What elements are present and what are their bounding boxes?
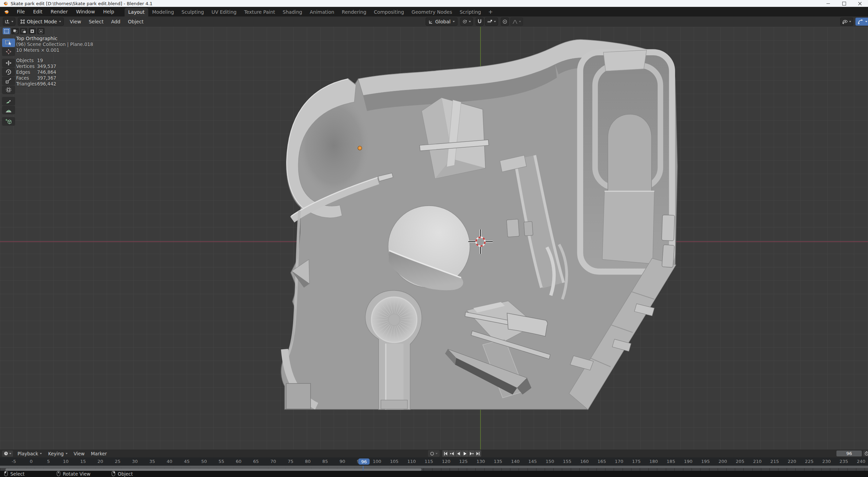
viewport-toolbar [2, 38, 15, 126]
ruler-tick-10: 10 [63, 459, 69, 464]
tool-scale[interactable] [2, 77, 15, 85]
grid-scale-label: 10 Meters × 0.001 [16, 47, 93, 53]
object-origin-dot[interactable] [358, 146, 362, 150]
visibility-eye-icon [842, 19, 848, 24]
viewport-menu-add[interactable]: Add [107, 16, 124, 27]
viewport-menu-object[interactable]: Object [124, 16, 148, 27]
add-workspace-button[interactable]: + [485, 9, 496, 15]
playback-controls [428, 450, 481, 457]
viewport-menu-select[interactable]: Select [85, 16, 107, 27]
auto-keying-toggle[interactable] [428, 450, 440, 457]
snap-toggle[interactable] [476, 18, 484, 26]
hint-select: Select [4, 471, 25, 477]
ruler-tick-205: 205 [736, 459, 744, 464]
workspace-tab-uv-editing[interactable]: UV Editing [208, 8, 240, 16]
select-mode-new[interactable] [3, 28, 10, 34]
jump-to-start-button[interactable] [442, 450, 449, 457]
workspace-tab-geometry-nodes[interactable]: Geometry Nodes [408, 8, 456, 16]
ruler-tick-35: 35 [149, 459, 155, 464]
ruler-tick-195: 195 [701, 459, 710, 464]
maximize-icon[interactable] [842, 1, 846, 5]
current-frame-indicator[interactable]: 96 [358, 458, 370, 465]
playhead-marker[interactable] [363, 466, 363, 471]
tool-rotate[interactable] [2, 68, 15, 76]
snap-target-selector[interactable] [485, 18, 498, 26]
timeline-editor-type-selector[interactable] [2, 451, 13, 457]
menu-render[interactable]: Render [47, 7, 72, 16]
current-frame-field[interactable]: 96 [836, 451, 862, 456]
workspace-tab-layout[interactable]: Layout [125, 8, 149, 16]
select-mode-invert[interactable] [28, 28, 36, 34]
tool-measure[interactable] [2, 106, 15, 114]
ruler-tick-210: 210 [753, 459, 762, 464]
jump-prev-keyframe-button[interactable] [449, 450, 455, 457]
timeline-menu-keying[interactable]: Keying [45, 451, 70, 456]
minimize-icon[interactable] [826, 1, 830, 5]
menu-window[interactable]: Window [72, 7, 99, 16]
close-icon[interactable] [858, 1, 862, 5]
timeline-ruler[interactable]: -505101520253035404550556065707580859095… [0, 457, 868, 466]
tool-annotate[interactable] [2, 97, 15, 105]
stat-vertices: Vertices349,537 [16, 64, 93, 69]
blender-app-icon[interactable] [3, 9, 9, 14]
tool-transform[interactable] [2, 86, 15, 94]
bowl-deck [608, 114, 651, 191]
pivot-point-selector[interactable] [460, 18, 473, 26]
jump-next-keyframe-button[interactable] [468, 450, 475, 457]
tool-cursor[interactable] [2, 47, 15, 56]
viewport-3d[interactable]: Top Orthographic (96) Scene Collection |… [0, 27, 868, 450]
use-preview-range-button[interactable] [863, 451, 868, 456]
gizmo-icon [858, 19, 863, 24]
proportional-editing-toggle[interactable] [501, 18, 509, 26]
ruler-tick-0: 0 [30, 459, 33, 464]
ruler-tick-170: 170 [615, 459, 623, 464]
timeline-menu-playback[interactable]: Playback [14, 451, 45, 456]
play-button[interactable] [462, 450, 468, 457]
ruler-tick-180: 180 [649, 459, 658, 464]
orientation-icon [428, 20, 433, 24]
tool-select-box[interactable] [2, 38, 15, 47]
tool-move[interactable] [2, 59, 15, 67]
viewport-header: Object Mode ViewSelectAddObject Global [0, 16, 868, 27]
show-gizmo-toggle[interactable] [855, 18, 868, 26]
ruler-tick-20: 20 [97, 459, 103, 464]
select-mode-extend[interactable] [11, 28, 19, 34]
menu-edit[interactable]: Edit [29, 7, 46, 16]
ruler-tick-125: 125 [459, 459, 468, 464]
view-name-label: Top Orthographic [16, 36, 93, 42]
right-bowl [580, 50, 672, 272]
bottom-left-box [286, 384, 311, 409]
timeline-editor: PlaybackKeyingViewMarker 96 -50510152025… [0, 450, 868, 471]
timeline-scrollbar[interactable] [5, 468, 421, 471]
ruler-tick-110: 110 [407, 459, 416, 464]
proportional-falloff-selector[interactable] [510, 18, 523, 26]
menu-help[interactable]: Help [99, 7, 118, 16]
window-title-bar: Skate park edit [D:\thornes\Skate park e… [0, 0, 868, 7]
show-object-types-selector[interactable] [840, 18, 853, 26]
timeline-menu-view[interactable]: View [71, 451, 88, 456]
hint-rotate-view: Rotate View [57, 471, 91, 477]
transform-orientation-selector[interactable]: Global [426, 18, 458, 26]
workspace-tab-modeling[interactable]: Modeling [148, 8, 178, 16]
select-mode-intersect[interactable] [37, 28, 45, 34]
jump-to-end-button[interactable] [475, 450, 481, 457]
timeline-menu-marker[interactable]: Marker [88, 451, 110, 456]
ruler-tick-165: 165 [598, 459, 606, 464]
workspace-tab-animation[interactable]: Animation [306, 8, 338, 16]
workspace-tab-compositing[interactable]: Compositing [370, 8, 408, 16]
editor-type-selector[interactable] [3, 18, 15, 26]
menu-file[interactable]: File [13, 7, 29, 16]
select-mode-subtract[interactable] [20, 28, 27, 34]
viewport-menu-view[interactable]: View [66, 16, 85, 27]
play-reverse-button[interactable] [455, 450, 462, 457]
mode-selector[interactable]: Object Mode [18, 18, 64, 26]
stat-triangles: Triangles696,442 [16, 81, 93, 87]
workspace-tab-sculpting[interactable]: Sculpting [178, 8, 208, 16]
workspace-tab-shading[interactable]: Shading [279, 8, 306, 16]
skatepark-model[interactable] [281, 39, 678, 409]
tool-add-cube[interactable] [2, 117, 15, 126]
ruler-tick-140: 140 [511, 459, 520, 464]
workspace-tab-texture-paint[interactable]: Texture Paint [240, 8, 279, 16]
workspace-tab-rendering[interactable]: Rendering [338, 8, 370, 16]
workspace-tab-scripting[interactable]: Scripting [456, 8, 485, 16]
